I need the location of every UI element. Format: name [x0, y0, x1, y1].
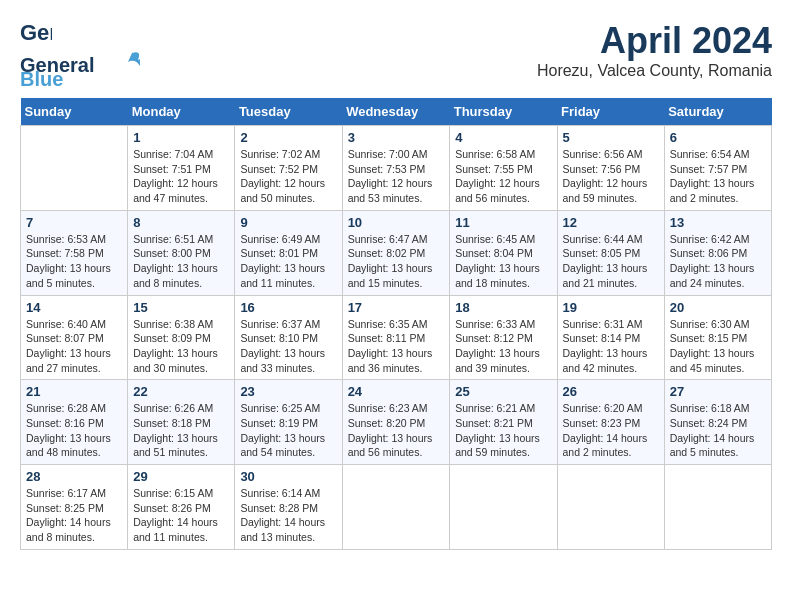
day-info: Sunrise: 7:00 AMSunset: 7:53 PMDaylight:…	[348, 147, 445, 206]
location-subtitle: Horezu, Valcea County, Romania	[537, 62, 772, 80]
logo-icon: General	[20, 20, 52, 48]
calendar-cell: 27Sunrise: 6:18 AMSunset: 8:24 PMDayligh…	[664, 380, 771, 465]
day-number: 16	[240, 300, 336, 315]
day-number: 4	[455, 130, 551, 145]
day-info: Sunrise: 6:18 AMSunset: 8:24 PMDaylight:…	[670, 401, 766, 460]
day-info: Sunrise: 6:37 AMSunset: 8:10 PMDaylight:…	[240, 317, 336, 376]
calendar-cell: 6Sunrise: 6:54 AMSunset: 7:57 PMDaylight…	[664, 126, 771, 211]
day-number: 30	[240, 469, 336, 484]
calendar-cell: 22Sunrise: 6:26 AMSunset: 8:18 PMDayligh…	[128, 380, 235, 465]
calendar-cell	[342, 465, 450, 550]
day-info: Sunrise: 6:25 AMSunset: 8:19 PMDaylight:…	[240, 401, 336, 460]
day-info: Sunrise: 6:58 AMSunset: 7:55 PMDaylight:…	[455, 147, 551, 206]
day-info: Sunrise: 6:30 AMSunset: 8:15 PMDaylight:…	[670, 317, 766, 376]
day-number: 7	[26, 215, 122, 230]
day-info: Sunrise: 6:51 AMSunset: 8:00 PMDaylight:…	[133, 232, 229, 291]
day-info: Sunrise: 6:26 AMSunset: 8:18 PMDaylight:…	[133, 401, 229, 460]
day-info: Sunrise: 6:21 AMSunset: 8:21 PMDaylight:…	[455, 401, 551, 460]
weekday-header-sunday: Sunday	[21, 98, 128, 126]
day-number: 9	[240, 215, 336, 230]
calendar-cell: 19Sunrise: 6:31 AMSunset: 8:14 PMDayligh…	[557, 295, 664, 380]
calendar-cell: 16Sunrise: 6:37 AMSunset: 8:10 PMDayligh…	[235, 295, 342, 380]
day-number: 3	[348, 130, 445, 145]
day-number: 24	[348, 384, 445, 399]
weekday-header-saturday: Saturday	[664, 98, 771, 126]
day-number: 1	[133, 130, 229, 145]
calendar-cell: 12Sunrise: 6:44 AMSunset: 8:05 PMDayligh…	[557, 210, 664, 295]
calendar-week-row: 7Sunrise: 6:53 AMSunset: 7:58 PMDaylight…	[21, 210, 772, 295]
calendar-cell: 2Sunrise: 7:02 AMSunset: 7:52 PMDaylight…	[235, 126, 342, 211]
day-number: 11	[455, 215, 551, 230]
calendar-cell	[664, 465, 771, 550]
day-number: 29	[133, 469, 229, 484]
day-number: 12	[563, 215, 659, 230]
day-info: Sunrise: 6:15 AMSunset: 8:26 PMDaylight:…	[133, 486, 229, 545]
svg-text:Blue: Blue	[20, 68, 63, 88]
day-number: 6	[670, 130, 766, 145]
day-info: Sunrise: 6:45 AMSunset: 8:04 PMDaylight:…	[455, 232, 551, 291]
day-info: Sunrise: 6:42 AMSunset: 8:06 PMDaylight:…	[670, 232, 766, 291]
calendar-cell: 28Sunrise: 6:17 AMSunset: 8:25 PMDayligh…	[21, 465, 128, 550]
calendar-cell: 17Sunrise: 6:35 AMSunset: 8:11 PMDayligh…	[342, 295, 450, 380]
day-info: Sunrise: 6:54 AMSunset: 7:57 PMDaylight:…	[670, 147, 766, 206]
day-info: Sunrise: 6:17 AMSunset: 8:25 PMDaylight:…	[26, 486, 122, 545]
calendar-cell	[557, 465, 664, 550]
calendar-cell: 20Sunrise: 6:30 AMSunset: 8:15 PMDayligh…	[664, 295, 771, 380]
calendar-week-row: 14Sunrise: 6:40 AMSunset: 8:07 PMDayligh…	[21, 295, 772, 380]
day-number: 15	[133, 300, 229, 315]
calendar-week-row: 28Sunrise: 6:17 AMSunset: 8:25 PMDayligh…	[21, 465, 772, 550]
day-number: 26	[563, 384, 659, 399]
day-info: Sunrise: 6:23 AMSunset: 8:20 PMDaylight:…	[348, 401, 445, 460]
day-info: Sunrise: 6:38 AMSunset: 8:09 PMDaylight:…	[133, 317, 229, 376]
calendar-cell: 4Sunrise: 6:58 AMSunset: 7:55 PMDaylight…	[450, 126, 557, 211]
day-info: Sunrise: 6:47 AMSunset: 8:02 PMDaylight:…	[348, 232, 445, 291]
calendar-table: SundayMondayTuesdayWednesdayThursdayFrid…	[20, 98, 772, 550]
day-number: 8	[133, 215, 229, 230]
day-number: 20	[670, 300, 766, 315]
calendar-cell: 3Sunrise: 7:00 AMSunset: 7:53 PMDaylight…	[342, 126, 450, 211]
calendar-cell: 23Sunrise: 6:25 AMSunset: 8:19 PMDayligh…	[235, 380, 342, 465]
day-info: Sunrise: 6:53 AMSunset: 7:58 PMDaylight:…	[26, 232, 122, 291]
day-number: 19	[563, 300, 659, 315]
day-info: Sunrise: 6:28 AMSunset: 8:16 PMDaylight:…	[26, 401, 122, 460]
day-info: Sunrise: 6:20 AMSunset: 8:23 PMDaylight:…	[563, 401, 659, 460]
day-info: Sunrise: 6:14 AMSunset: 8:28 PMDaylight:…	[240, 486, 336, 545]
day-number: 13	[670, 215, 766, 230]
day-number: 27	[670, 384, 766, 399]
calendar-cell: 8Sunrise: 6:51 AMSunset: 8:00 PMDaylight…	[128, 210, 235, 295]
calendar-cell: 7Sunrise: 6:53 AMSunset: 7:58 PMDaylight…	[21, 210, 128, 295]
calendar-cell: 15Sunrise: 6:38 AMSunset: 8:09 PMDayligh…	[128, 295, 235, 380]
calendar-week-row: 1Sunrise: 7:04 AMSunset: 7:51 PMDaylight…	[21, 126, 772, 211]
day-info: Sunrise: 6:31 AMSunset: 8:14 PMDaylight:…	[563, 317, 659, 376]
svg-text:General: General	[20, 20, 52, 45]
calendar-cell: 26Sunrise: 6:20 AMSunset: 8:23 PMDayligh…	[557, 380, 664, 465]
calendar-cell: 5Sunrise: 6:56 AMSunset: 7:56 PMDaylight…	[557, 126, 664, 211]
calendar-cell: 1Sunrise: 7:04 AMSunset: 7:51 PMDaylight…	[128, 126, 235, 211]
calendar-week-row: 21Sunrise: 6:28 AMSunset: 8:16 PMDayligh…	[21, 380, 772, 465]
day-info: Sunrise: 6:35 AMSunset: 8:11 PMDaylight:…	[348, 317, 445, 376]
day-info: Sunrise: 7:04 AMSunset: 7:51 PMDaylight:…	[133, 147, 229, 206]
calendar-cell: 25Sunrise: 6:21 AMSunset: 8:21 PMDayligh…	[450, 380, 557, 465]
title-block: April 2024 Horezu, Valcea County, Romani…	[537, 20, 772, 80]
day-number: 2	[240, 130, 336, 145]
page-header: General General Blue April 2024 Horezu, …	[20, 20, 772, 88]
day-info: Sunrise: 6:44 AMSunset: 8:05 PMDaylight:…	[563, 232, 659, 291]
weekday-header-row: SundayMondayTuesdayWednesdayThursdayFrid…	[21, 98, 772, 126]
weekday-header-monday: Monday	[128, 98, 235, 126]
month-year-title: April 2024	[537, 20, 772, 62]
calendar-cell: 14Sunrise: 6:40 AMSunset: 8:07 PMDayligh…	[21, 295, 128, 380]
calendar-cell: 30Sunrise: 6:14 AMSunset: 8:28 PMDayligh…	[235, 465, 342, 550]
day-info: Sunrise: 7:02 AMSunset: 7:52 PMDaylight:…	[240, 147, 336, 206]
weekday-header-friday: Friday	[557, 98, 664, 126]
day-number: 23	[240, 384, 336, 399]
day-number: 25	[455, 384, 551, 399]
logo: General General Blue	[20, 20, 140, 88]
calendar-cell	[21, 126, 128, 211]
calendar-cell: 11Sunrise: 6:45 AMSunset: 8:04 PMDayligh…	[450, 210, 557, 295]
day-info: Sunrise: 6:40 AMSunset: 8:07 PMDaylight:…	[26, 317, 122, 376]
day-number: 10	[348, 215, 445, 230]
calendar-cell: 24Sunrise: 6:23 AMSunset: 8:20 PMDayligh…	[342, 380, 450, 465]
day-info: Sunrise: 6:56 AMSunset: 7:56 PMDaylight:…	[563, 147, 659, 206]
calendar-cell: 21Sunrise: 6:28 AMSunset: 8:16 PMDayligh…	[21, 380, 128, 465]
calendar-cell: 9Sunrise: 6:49 AMSunset: 8:01 PMDaylight…	[235, 210, 342, 295]
